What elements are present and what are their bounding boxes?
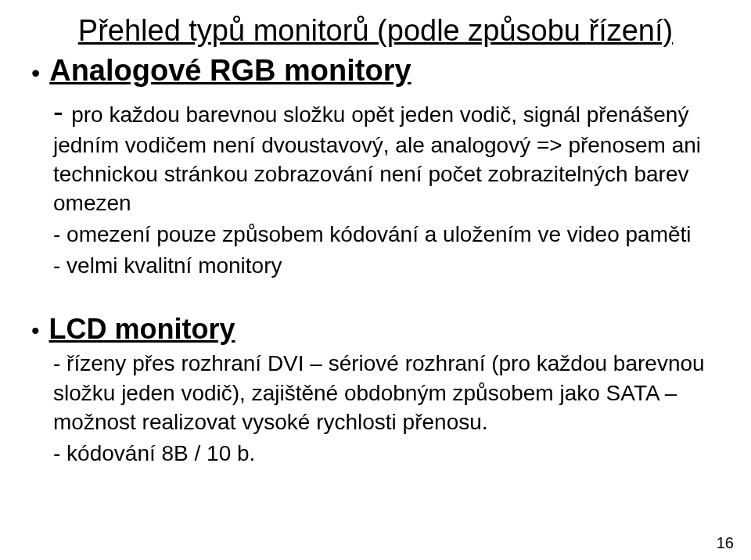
- page-title: Přehled typů monitorů (podle způsobu říz…: [31, 14, 720, 48]
- section-analog-heading: Analogové RGB monitory: [49, 54, 411, 88]
- bullet-icon: •: [31, 60, 40, 85]
- section-lcd-heading-row: • LCD monitory: [31, 313, 720, 346]
- bullet-icon: •: [31, 319, 40, 343]
- section-lcd-coding: - kódování 8B / 10 b.: [53, 439, 720, 468]
- section-analog-lead: - pro každou barevnou složku opět jeden …: [53, 92, 720, 218]
- section-analog-lead-text: pro každou barevnou složku opět jeden vo…: [53, 102, 701, 215]
- section-lcd-heading: LCD monitory: [49, 313, 235, 346]
- dash-icon: -: [53, 95, 71, 128]
- section-lcd-lead: - řízeny přes rozhraní DVI – sériové roz…: [53, 349, 720, 437]
- page-number: 16: [717, 534, 734, 552]
- slide-page: Přehled typů monitorů (podle způsobu říz…: [0, 0, 751, 483]
- section-analog-quality: - velmi kvalitní monitory: [53, 251, 720, 281]
- section-analog-heading-row: • Analogové RGB monitory: [31, 54, 720, 88]
- section-analog-limited: - omezení pouze způsobem kódování a ulož…: [53, 220, 720, 249]
